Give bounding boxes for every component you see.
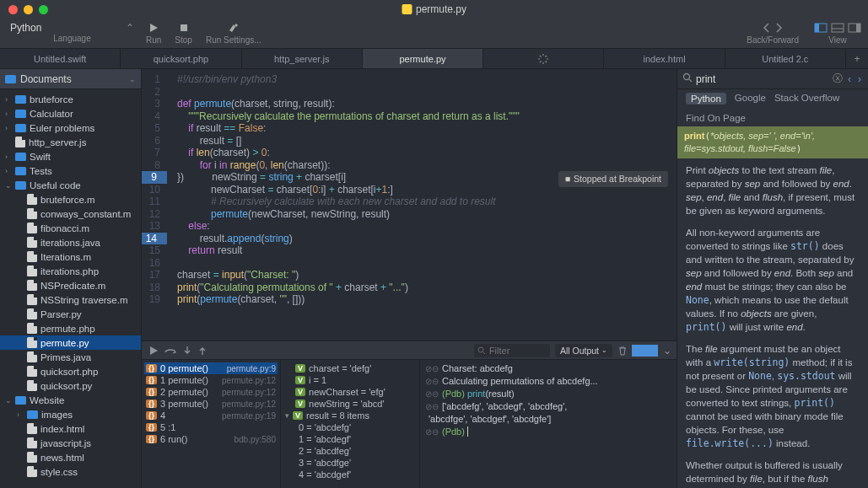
svg-line-18 [689,79,692,82]
file-node[interactable]: style.css [0,464,141,479]
file-node[interactable]: Iterations.m [0,249,141,264]
editor-tab[interactable]: quicksort.php [121,49,241,68]
add-tab-button[interactable]: + [846,49,868,68]
next-icon[interactable]: › [856,73,863,85]
file-icon [27,208,37,219]
variable-row[interactable]: VnewCharset = 'efg' [283,386,417,398]
continue-button[interactable] [147,346,159,356]
folder-node[interactable]: ›Swift [0,149,141,164]
panel-split[interactable] [633,345,658,357]
folder-node[interactable]: ⌄Useful code [0,178,141,192]
variable-row[interactable]: 2 = 'abcdfeg' [283,445,417,457]
editor-tab[interactable]: permute.py [363,49,483,68]
folder-node[interactable]: ⌄Website [0,393,141,407]
variable-row[interactable]: Vi = 1 [283,374,417,386]
back-forward[interactable]: Back/Forward [747,22,799,45]
step-in-button[interactable] [182,346,192,356]
folder-node[interactable]: ›Euler problems [0,121,141,135]
svg-rect-2 [815,24,819,32]
search-icon [682,72,693,85]
file-icon [27,452,37,463]
folder-node[interactable]: ›images [0,407,141,421]
folder-icon [5,75,16,83]
stack-frame[interactable]: {}4permute.py:19 [144,410,278,421]
variable-row[interactable]: 4 = 'abcdgef' [283,469,417,480]
minimize-window[interactable] [24,5,33,14]
stack-frame[interactable]: {}3 permute()permute.py:12 [144,398,278,410]
file-node[interactable]: NSPredicate.m [0,278,141,292]
run-button[interactable]: Run [146,22,161,45]
clear-icon[interactable]: ⓧ [833,72,843,86]
svg-line-16 [483,351,485,354]
doc-tab[interactable]: Stack Overflow [774,93,839,105]
language-selector[interactable]: Python⌃ Language [7,22,137,43]
editor-tab[interactable]: index.html [604,49,725,68]
variable-row[interactable]: 1 = 'abcdegf' [283,433,417,445]
file-icon [27,337,37,348]
step-out-button[interactable] [197,346,208,356]
file-node[interactable]: quicksort.py [0,378,141,393]
file-node[interactable]: permute.py [0,335,141,350]
trash-button[interactable] [617,346,628,356]
step-over-button[interactable] [164,346,177,356]
file-node[interactable]: iterations.php [0,264,141,278]
stack-frame[interactable]: {}2 permute()permute.py:12 [144,386,278,398]
chevron-down-icon[interactable]: ⌄ [663,345,671,357]
file-node[interactable]: http_server.js [0,135,141,149]
file-icon [27,366,37,377]
file-node[interactable]: iterations.java [0,235,141,249]
editor-tab[interactable]: http_server.js [242,49,363,68]
output-selector[interactable]: All Output⌄ [555,344,612,357]
file-node[interactable]: conways_constant.m [0,206,141,221]
file-icon [27,437,37,448]
svg-line-12 [546,61,547,62]
run-settings-button[interactable]: Run Settings... [206,22,261,45]
variable-row[interactable]: VnewString = 'abcd' [283,398,417,410]
file-node[interactable]: Parser.py [0,307,141,321]
variable-row[interactable]: 0 = 'abcdefg' [283,421,417,433]
doc-signature: print(*objects, sep=' ', end='\n', file=… [677,126,868,158]
call-stack[interactable]: {}0 permute()permute.py:9{}1 permute()pe… [142,360,281,488]
prev-icon[interactable]: ‹ [846,73,853,85]
doc-tab[interactable]: Find On Page [686,113,746,123]
variables[interactable]: Vcharset = 'defg'Vi = 1VnewCharset = 'ef… [281,360,420,488]
folder-icon [15,153,26,161]
doc-tab[interactable]: Python [686,93,726,105]
file-node[interactable]: bruteforce.m [0,192,141,206]
console-output[interactable]: ⊘⊖Charset: abcdefg⊘⊖Calculating permutat… [420,360,677,488]
stack-frame[interactable]: {}6 run()bdb.py:580 [144,433,278,445]
folder-node[interactable]: ›Tests [0,164,141,178]
folder-node[interactable]: ›bruteforce [0,92,141,106]
view-toggle[interactable]: View [814,22,861,45]
file-node[interactable]: index.html [0,421,141,436]
file-node[interactable]: Primes.java [0,350,141,364]
file-node[interactable]: NSString traverse.m [0,292,141,307]
file-node[interactable]: news.html [0,450,141,464]
toolbar: Python⌃ Language Run Stop Run Settings..… [0,19,868,49]
doc-search-input[interactable] [696,73,829,85]
variable-row[interactable]: ▾Vresult = 8 items [283,410,417,421]
close-window[interactable] [8,5,18,14]
doc-tab[interactable]: Google [735,93,766,105]
editor-tab[interactable] [483,49,604,68]
variable-row[interactable]: Vcharset = 'defg' [283,362,417,374]
editor-tab[interactable]: Untitled 2.c [725,49,846,68]
folder-icon [15,167,26,175]
folder-icon [15,124,26,132]
file-node[interactable]: fibonacci.m [0,221,141,235]
file-node[interactable]: quicksort.php [0,364,141,378]
folder-node[interactable]: ›Calculator [0,106,141,121]
file-icon [27,237,37,248]
editor-tab[interactable]: Untitled.swift [0,49,121,68]
stack-frame[interactable]: {}1 permute()permute.py:12 [144,374,278,386]
stack-frame[interactable]: {}5 :1 [144,421,278,433]
stop-button[interactable]: Stop [175,22,192,45]
file-node[interactable]: javascript.js [0,436,141,450]
zoom-window[interactable] [39,5,48,14]
file-node[interactable]: permute.php [0,321,141,335]
stack-frame[interactable]: {}0 permute()permute.py:9 [144,362,278,374]
sidebar-root[interactable]: Documents ⌄ [0,69,141,89]
code-editor[interactable]: 12345678910111213141516171819 #!/usr/bin… [142,69,677,341]
svg-rect-6 [856,24,860,32]
variable-row[interactable]: 3 = 'abcdfge' [283,457,417,469]
